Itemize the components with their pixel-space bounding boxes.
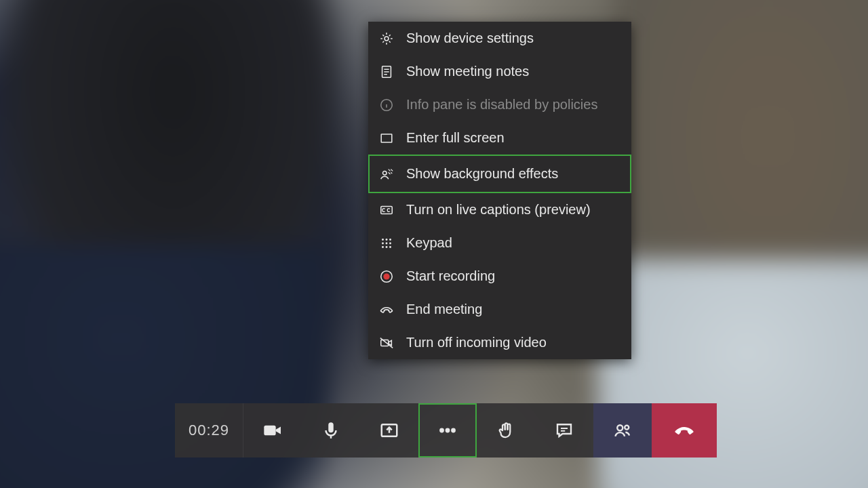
share-screen-icon: [379, 420, 399, 441]
participants-button[interactable]: [593, 403, 652, 458]
svg-rect-18: [264, 426, 275, 436]
menu-item-label: Show background effects: [406, 166, 558, 182]
menu-item-enter-fullscreen[interactable]: Enter full screen: [368, 121, 631, 155]
share-screen-button[interactable]: [360, 403, 418, 458]
raise-hand-icon: [496, 420, 516, 441]
svg-point-4: [383, 171, 387, 174]
menu-item-background-effects[interactable]: Show background effects: [368, 155, 631, 193]
camera-toggle-button[interactable]: [243, 403, 302, 458]
menu-item-device-settings[interactable]: Show device settings: [368, 22, 631, 55]
fullscreen-icon: [379, 131, 394, 146]
video-off-icon: [379, 336, 394, 350]
raise-hand-button[interactable]: [477, 403, 535, 458]
call-timer: 00:29: [175, 403, 243, 458]
menu-item-label: Keypad: [406, 235, 452, 251]
info-icon: [379, 98, 394, 113]
mic-toggle-button[interactable]: [302, 403, 360, 458]
more-actions-menu: Show device settings Show meeting notes …: [368, 22, 631, 359]
svg-point-13: [386, 246, 388, 248]
svg-point-10: [386, 242, 388, 244]
svg-point-0: [384, 37, 389, 41]
gear-icon: [379, 31, 394, 46]
meeting-toolbar: 00:29: [175, 403, 717, 458]
camera-icon: [262, 420, 283, 441]
hang-up-icon: [673, 419, 696, 442]
menu-item-label: Start recording: [406, 268, 495, 284]
menu-item-turn-off-incoming-video[interactable]: Turn off incoming video: [368, 326, 631, 359]
menu-item-keypad[interactable]: Keypad: [368, 226, 631, 260]
keypad-icon: [379, 236, 394, 251]
menu-item-label: Enter full screen: [406, 130, 505, 146]
svg-point-24: [617, 425, 623, 430]
hang-up-button[interactable]: [652, 403, 717, 458]
svg-point-22: [446, 428, 450, 433]
menu-item-label: Show meeting notes: [406, 64, 529, 79]
people-icon: [612, 420, 633, 441]
svg-rect-19: [328, 422, 334, 432]
end-meeting-icon: [379, 302, 394, 317]
svg-point-12: [382, 246, 384, 248]
menu-item-label: End meeting: [406, 302, 482, 317]
background-effects-icon: [379, 167, 394, 182]
closed-captions-icon: [379, 203, 394, 218]
more-icon: [436, 419, 459, 442]
more-actions-button[interactable]: [418, 403, 477, 458]
chat-button[interactable]: [535, 403, 593, 458]
svg-point-6: [382, 239, 384, 241]
svg-point-11: [389, 242, 391, 244]
menu-item-label: Info pane is disabled by policies: [406, 97, 597, 113]
menu-item-label: Show device settings: [406, 30, 534, 46]
svg-rect-3: [381, 134, 392, 142]
notes-icon: [379, 64, 394, 79]
menu-item-label: Turn off incoming video: [406, 335, 547, 350]
svg-point-7: [386, 239, 388, 241]
svg-point-23: [451, 428, 456, 433]
svg-point-16: [383, 273, 389, 279]
menu-item-meeting-notes[interactable]: Show meeting notes: [368, 55, 631, 88]
menu-item-start-recording[interactable]: Start recording: [368, 260, 631, 293]
svg-point-9: [382, 242, 384, 244]
menu-item-end-meeting[interactable]: End meeting: [368, 293, 631, 326]
chat-icon: [554, 420, 574, 441]
menu-item-live-captions[interactable]: Turn on live captions (preview): [368, 193, 631, 226]
menu-item-info-pane-disabled: Info pane is disabled by policies: [368, 88, 631, 121]
menu-item-label: Turn on live captions (preview): [406, 202, 591, 218]
record-icon: [379, 269, 394, 284]
microphone-icon: [321, 420, 341, 441]
svg-point-21: [439, 428, 444, 433]
svg-point-14: [389, 246, 391, 248]
svg-point-8: [389, 239, 391, 241]
svg-point-25: [625, 426, 629, 430]
